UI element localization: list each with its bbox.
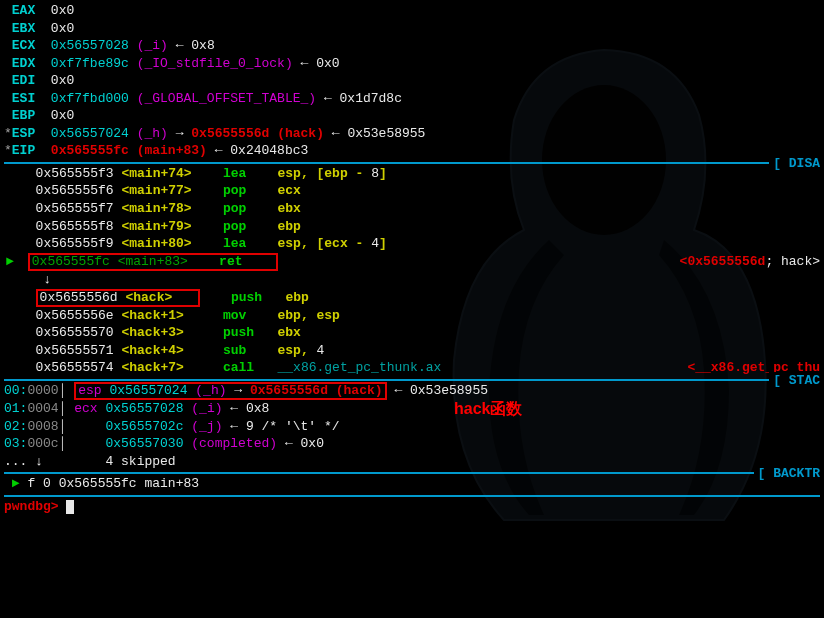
reg-value: 0x56557028	[51, 38, 129, 53]
reg-symbol: (_IO_stdfile_0_lock)	[137, 56, 293, 71]
cursor	[66, 500, 74, 514]
disasm-line: 0x565555f8 <main+79> pop ebp	[20, 218, 820, 236]
highlight-box-stack-top: esp 0x56557024 (_h) → 0x5655556d (hack)	[74, 382, 386, 400]
disasm-line-target: 0x5655556d <hack> push ebp	[20, 289, 820, 307]
backtrace-marker-icon: ►	[12, 476, 20, 491]
disasm-line: 0x56555574 <hack+7> call __x86.get_pc_th…	[20, 359, 820, 377]
disasm-line-current: ► 0x565555fc <main+83> ret <0x5655556d; …	[20, 253, 820, 271]
disasm-line: 0x565555f6 <main+77> pop ecx	[20, 182, 820, 200]
reg-name: EAX	[12, 3, 35, 18]
reg-name: ESP	[12, 126, 35, 141]
section-divider-backtrace: [ BACKTR	[4, 472, 820, 474]
stack-line: 00:0000│ esp 0x56557024 (_h) → 0x5655556…	[4, 382, 820, 400]
reg-symbol: (_h)	[137, 126, 168, 141]
stack-line: 02:0008│ 0x5655702c (_j) ← 9 /* '\t' */	[4, 418, 820, 436]
backtrace-line: ► f 0 0x565555fc main+83	[4, 475, 820, 493]
reg-name: ECX	[12, 38, 35, 53]
reg-value: 0xf7fbd000	[51, 91, 129, 106]
disasm-line: 0x56555570 <hack+3> push ebx	[20, 324, 820, 342]
section-divider-end	[4, 495, 820, 497]
highlight-box-target: 0x5655556d <hack>	[36, 289, 200, 307]
reg-value: 0x0	[51, 73, 74, 88]
reg-name: ESI	[12, 91, 35, 106]
debugger-output: EAX 0x0 EBX 0x0 ECX 0x56557028 (_i) ← 0x…	[0, 0, 824, 518]
reg-symbol: (main+83)	[137, 143, 207, 158]
registers-section: EAX 0x0 EBX 0x0 ECX 0x56557028 (_i) ← 0x…	[4, 2, 820, 160]
reg-name: EBX	[12, 21, 35, 36]
reg-value: 0xf7fbe89c	[51, 56, 129, 71]
disassembly-section: 0x565555f3 <main+74> lea esp, [ebp - 8] …	[4, 165, 820, 377]
reg-value: 0x0	[51, 108, 74, 123]
disasm-line: 0x56555571 <hack+4> sub esp, 4	[20, 342, 820, 360]
reg-name: EIP	[12, 143, 35, 158]
reg-symbol: (_i)	[137, 38, 168, 53]
disasm-flow-arrow: ↓	[20, 271, 820, 289]
reg-name: EDX	[12, 56, 35, 71]
disasm-line: 0x565555f9 <main+80> lea esp, [ecx - 4]	[20, 235, 820, 253]
section-divider-disasm: [ DISA	[4, 162, 820, 164]
current-instruction-arrow-icon: ►	[6, 253, 14, 271]
stack-line: 03:000c│ 0x56557030 (completed) ← 0x0	[4, 435, 820, 453]
section-divider-stack: [ STAC	[4, 379, 820, 381]
disasm-line: 0x565555f7 <main+78> pop ebx	[20, 200, 820, 218]
highlight-box-current: 0x565555fc <main+83> ret	[28, 253, 278, 271]
prompt-line[interactable]: pwndbg>	[4, 498, 820, 516]
reg-value: 0x56557024	[51, 126, 129, 141]
reg-symbol: (_GLOBAL_OFFSET_TABLE_)	[137, 91, 316, 106]
disasm-line: 0x5655556e <hack+1> mov ebp, esp	[20, 307, 820, 325]
reg-value: 0x0	[51, 3, 74, 18]
disasm-line: 0x565555f3 <main+74> lea esp, [ebp - 8]	[20, 165, 820, 183]
stack-section: 00:0000│ esp 0x56557024 (_h) → 0x5655556…	[4, 382, 820, 470]
annotation-hack-function: hack函数	[454, 398, 522, 420]
reg-value: 0x565555fc	[51, 143, 129, 158]
reg-name: EDI	[12, 73, 35, 88]
stack-line: 01:0004│ ecx 0x56557028 (_i) ← 0x8	[4, 400, 820, 418]
reg-value: 0x0	[51, 21, 74, 36]
pwndbg-prompt: pwndbg>	[4, 499, 59, 514]
reg-name: EBP	[12, 108, 35, 123]
stack-ellipsis: ... ↓ 4 skipped	[4, 453, 820, 471]
